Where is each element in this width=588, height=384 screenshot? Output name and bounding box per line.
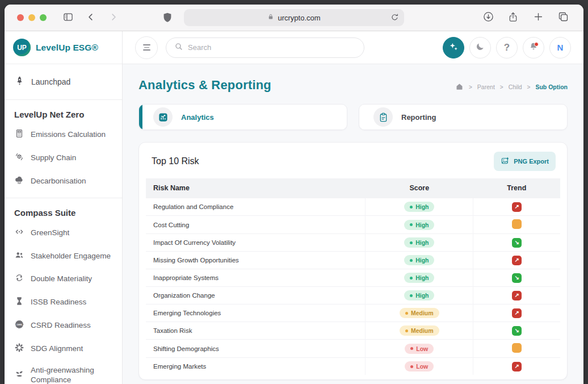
sidebar-item-decarbonisation[interactable]: Decarbonisation	[5, 170, 122, 193]
close-window-button[interactable]	[17, 14, 24, 21]
sidebar-item-issb-readiness[interactable]: ISSB Readiness	[5, 291, 122, 314]
sidebar-item-csrd-readiness[interactable]: CSRD CSRD Readiness	[5, 314, 122, 337]
tab-label: Analytics	[181, 113, 214, 122]
search-input[interactable]	[188, 43, 356, 52]
score-badge: Medium	[400, 308, 439, 318]
share-button[interactable]	[505, 10, 521, 26]
score-badge: High	[404, 255, 434, 265]
trend-cell: ↗	[473, 198, 560, 216]
reporting-clipboard-icon	[373, 107, 393, 127]
sidebar-item-anti-greenwashing[interactable]: Anti-greenwashing Compliance	[5, 361, 116, 384]
column-header-risk-name: Risk Name	[146, 178, 366, 198]
table-row[interactable]: Shifting Demographics Low	[146, 340, 560, 358]
trend-cell: ↘	[473, 234, 560, 252]
score-badge: High	[404, 237, 434, 248]
score-cell: High	[366, 198, 473, 216]
tab-overview-button[interactable]	[555, 10, 571, 26]
sidebar-toggle-icon	[62, 11, 74, 24]
status-dot-icon	[410, 206, 413, 208]
png-export-button[interactable]: PNG Export	[494, 152, 556, 171]
decarbonisation-cloud-icon	[14, 175, 24, 188]
sidebar-item-stakeholder-engagement[interactable]: Stakeholder Engageme	[5, 245, 122, 268]
breadcrumb-child[interactable]: Child	[509, 84, 522, 90]
table-row[interactable]: Organization Change High ↗	[146, 287, 560, 304]
table-row[interactable]: Inappropriate Systems High ↘	[146, 269, 560, 287]
sidebar-item-emissions-calculation[interactable]: Emissions Calculation	[5, 123, 122, 147]
dark-mode-button[interactable]	[469, 37, 491, 59]
page-title: Analytics & Reporting	[138, 78, 271, 93]
score-cell: High	[366, 252, 473, 269]
sidebar-item-launchpad[interactable]: Launchpad	[5, 64, 122, 100]
score-badge: Medium	[400, 325, 439, 336]
breadcrumb-parent[interactable]: Parent	[477, 84, 495, 90]
sidebar-item-sdg-alignment[interactable]: SDG Alignment	[5, 337, 122, 361]
ai-assistant-button[interactable]	[443, 37, 464, 59]
score-badge: High	[404, 273, 434, 283]
minimize-window-button[interactable]	[28, 14, 35, 21]
menu-button[interactable]	[135, 36, 158, 59]
trend-icon: ↗	[512, 362, 522, 372]
moon-icon	[475, 41, 485, 53]
sidebar: UP LevelUp ESG® Launchpad LevelUp Net Ze…	[5, 31, 123, 384]
trend-icon: ↗	[512, 202, 522, 212]
csrd-badge-icon: CSRD	[14, 319, 24, 332]
supply-chain-icon	[14, 152, 24, 165]
reload-button[interactable]	[390, 12, 400, 25]
trend-cell	[473, 216, 560, 234]
sidebar-item-greensight[interactable]: GreenSight	[5, 222, 122, 245]
chevron-right-icon: >	[469, 84, 472, 90]
status-dot-icon	[410, 365, 413, 368]
table-row[interactable]: Impact Of Currency Volatility High ↘	[146, 234, 560, 252]
tabs-icon	[557, 11, 569, 24]
table-row[interactable]: Cost Cutting High	[146, 216, 560, 234]
forward-button[interactable]	[106, 10, 121, 26]
table-row[interactable]: Emerging Markets Low ↗	[146, 358, 560, 375]
notifications-button[interactable]	[523, 37, 544, 59]
back-button[interactable]	[83, 10, 99, 26]
help-button[interactable]: ?	[496, 37, 518, 59]
downloads-button[interactable]	[480, 10, 496, 26]
score-cell: Low	[366, 358, 473, 375]
image-export-icon	[501, 156, 510, 166]
search-bar[interactable]	[166, 37, 364, 58]
risk-name-cell: Emerging Markets	[146, 358, 366, 375]
home-icon[interactable]	[455, 82, 464, 92]
sidebar-section-compass-suite: Compass Suite GreenSight Stakeholder Eng…	[5, 198, 122, 384]
sidebar-item-label: GreenSight	[31, 228, 69, 238]
table-row[interactable]: Emerging Technologies Medium ↗	[146, 304, 560, 322]
sidebar-item-double-materiality[interactable]: Double Materiality	[5, 268, 122, 291]
tab-reporting[interactable]: Reporting	[359, 104, 568, 130]
table-row[interactable]: Missing Growth Opportunities High ↗	[146, 252, 560, 269]
sidebar-item-label: ISSB Readiness	[31, 298, 86, 307]
chevron-right-icon: >	[500, 84, 503, 90]
table-row[interactable]: Regulation and Compliance High ↗	[146, 198, 560, 216]
zoom-window-button[interactable]	[40, 14, 47, 21]
greensight-icon	[14, 227, 24, 240]
brand[interactable]: UP LevelUp ESG®	[5, 31, 122, 64]
lock-icon	[267, 12, 274, 23]
anti-greenwashing-leaf-icon	[14, 369, 24, 382]
sidebar-item-supply-chain[interactable]: Supply Chain	[5, 147, 122, 170]
trend-icon: ↘	[512, 273, 522, 283]
score-badge: Low	[405, 344, 434, 354]
table-row[interactable]: Taxation Risk Medium ↘	[146, 322, 560, 340]
trend-icon: ↗	[512, 256, 522, 265]
share-icon	[507, 11, 519, 25]
browser-chrome: urcrypto.com	[5, 5, 583, 31]
new-tab-button[interactable]	[530, 10, 546, 26]
section-title: Compass Suite	[5, 198, 122, 222]
user-avatar[interactable]: N	[549, 37, 571, 59]
trend-icon: ↗	[512, 308, 522, 318]
table-header-row: Risk Name Score Trend	[146, 178, 560, 198]
chevron-right-icon: >	[527, 84, 531, 90]
chevron-right-icon	[108, 12, 119, 24]
risk-name-cell: Taxation Risk	[146, 322, 366, 340]
sidebar-toggle-button[interactable]	[60, 10, 76, 26]
tab-analytics[interactable]: Analytics	[138, 104, 347, 130]
url-text: urcrypto.com	[278, 14, 320, 22]
search-icon	[174, 42, 183, 53]
risk-name-cell: Impact Of Currency Volatility	[146, 234, 366, 252]
risk-name-cell: Inappropriate Systems	[146, 269, 366, 287]
address-bar[interactable]: urcrypto.com	[184, 9, 404, 26]
privacy-shield-icon[interactable]	[161, 10, 174, 27]
